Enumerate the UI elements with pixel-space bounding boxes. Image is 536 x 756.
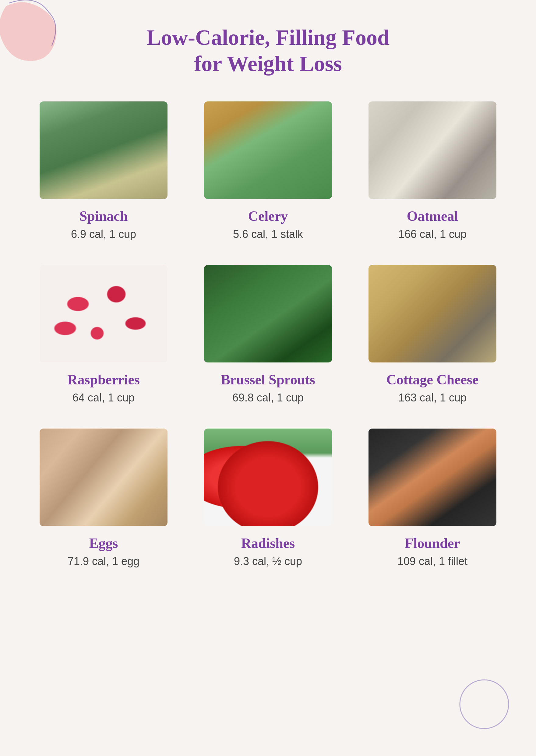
- food-name-brusselsprouts: Brussel Sprouts: [221, 372, 315, 388]
- decorative-blob-bottomright: [457, 677, 512, 732]
- food-photo-spinach: [40, 101, 168, 199]
- food-image-spinach: [40, 101, 168, 199]
- food-photo-brusselsprouts: [204, 265, 332, 362]
- food-grid: Spinach6.9 cal, 1 cupCelery5.6 cal, 1 st…: [37, 101, 499, 568]
- food-calories-radishes: 9.3 cal, ½ cup: [234, 555, 302, 568]
- svg-point-0: [460, 680, 509, 729]
- food-image-radishes: [204, 429, 332, 526]
- food-name-spinach: Spinach: [80, 208, 128, 224]
- food-photo-radishes: [204, 429, 332, 526]
- food-name-cottagecheese: Cottage Cheese: [386, 372, 479, 388]
- food-item-eggs: Eggs71.9 cal, 1 egg: [37, 429, 171, 568]
- page-title: Low-Calorie, Filling Food for Weight Los…: [131, 24, 405, 77]
- food-calories-raspberries: 64 cal, 1 cup: [73, 392, 135, 404]
- food-calories-eggs: 71.9 cal, 1 egg: [68, 555, 140, 568]
- food-calories-flounder: 109 cal, 1 fillet: [397, 555, 467, 568]
- food-calories-brusselsprouts: 69.8 cal, 1 cup: [232, 392, 304, 404]
- food-calories-spinach: 6.9 cal, 1 cup: [71, 228, 136, 241]
- food-name-flounder: Flounder: [405, 535, 460, 551]
- food-item-radishes: Radishes9.3 cal, ½ cup: [201, 429, 335, 568]
- food-photo-eggs: [40, 429, 168, 526]
- food-image-brusselsprouts: [204, 265, 332, 362]
- food-item-spinach: Spinach6.9 cal, 1 cup: [37, 101, 171, 241]
- food-photo-celery: [204, 101, 332, 199]
- food-photo-cottagecheese: [368, 265, 496, 362]
- food-image-cottagecheese: [368, 265, 496, 362]
- food-calories-cottagecheese: 163 cal, 1 cup: [398, 392, 467, 404]
- food-image-raspberries: [40, 265, 168, 362]
- food-image-eggs: [40, 429, 168, 526]
- food-name-raspberries: Raspberries: [67, 372, 140, 388]
- food-item-celery: Celery5.6 cal, 1 stalk: [201, 101, 335, 241]
- food-calories-celery: 5.6 cal, 1 stalk: [233, 228, 303, 241]
- food-name-celery: Celery: [248, 208, 288, 224]
- food-item-brusselsprouts: Brussel Sprouts69.8 cal, 1 cup: [201, 265, 335, 404]
- food-calories-oatmeal: 166 cal, 1 cup: [398, 228, 467, 241]
- page-content: Low-Calorie, Filling Food for Weight Los…: [0, 0, 536, 598]
- food-image-oatmeal: [368, 101, 496, 199]
- food-item-cottagecheese: Cottage Cheese163 cal, 1 cup: [365, 265, 499, 404]
- food-item-oatmeal: Oatmeal166 cal, 1 cup: [365, 101, 499, 241]
- food-item-raspberries: Raspberries64 cal, 1 cup: [37, 265, 171, 404]
- food-photo-raspberries: [40, 265, 168, 362]
- food-photo-oatmeal: [368, 101, 496, 199]
- food-image-celery: [204, 101, 332, 199]
- food-image-flounder: [368, 429, 496, 526]
- food-photo-flounder: [368, 429, 496, 526]
- food-name-radishes: Radishes: [241, 535, 295, 551]
- food-name-eggs: Eggs: [89, 535, 118, 551]
- food-item-flounder: Flounder109 cal, 1 fillet: [365, 429, 499, 568]
- food-name-oatmeal: Oatmeal: [407, 208, 458, 224]
